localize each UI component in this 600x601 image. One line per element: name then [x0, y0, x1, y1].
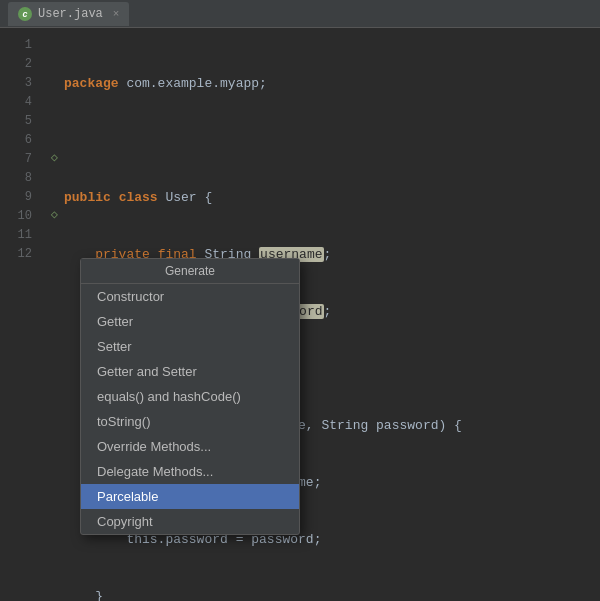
- menu-item-setter[interactable]: Setter: [81, 334, 299, 359]
- menu-item-constructor[interactable]: Constructor: [81, 284, 299, 309]
- file-type-icon: c: [18, 7, 32, 21]
- editor-tab[interactable]: c User.java ×: [8, 2, 129, 26]
- method-icon-line7: ◇: [51, 150, 58, 165]
- tab-close-button[interactable]: ×: [113, 8, 120, 20]
- menu-item-copyright[interactable]: Copyright: [81, 509, 299, 534]
- title-bar: c User.java ×: [0, 0, 600, 28]
- method-icon-line10: ◇: [51, 207, 58, 222]
- line-numbers: 1 2 3 4 5 6 7 8 9 10 11 12: [0, 28, 40, 601]
- context-menu: Generate Constructor Getter Setter Gette…: [80, 258, 300, 535]
- menu-item-getter-setter[interactable]: Getter and Setter: [81, 359, 299, 384]
- code-editor: 1 2 3 4 5 6 7 8 9 10 11 12 ◇ ◇ package c…: [0, 28, 600, 601]
- menu-item-equals-hashcode[interactable]: equals() and hashCode(): [81, 384, 299, 409]
- menu-item-getter[interactable]: Getter: [81, 309, 299, 334]
- menu-item-parcelable[interactable]: Parcelable: [81, 484, 299, 509]
- menu-header: Generate: [81, 259, 299, 284]
- menu-item-tostring[interactable]: toString(): [81, 409, 299, 434]
- menu-item-delegate[interactable]: Delegate Methods...: [81, 459, 299, 484]
- tab-filename: User.java: [38, 7, 103, 21]
- menu-item-override[interactable]: Override Methods...: [81, 434, 299, 459]
- gutter: ◇ ◇: [40, 28, 60, 601]
